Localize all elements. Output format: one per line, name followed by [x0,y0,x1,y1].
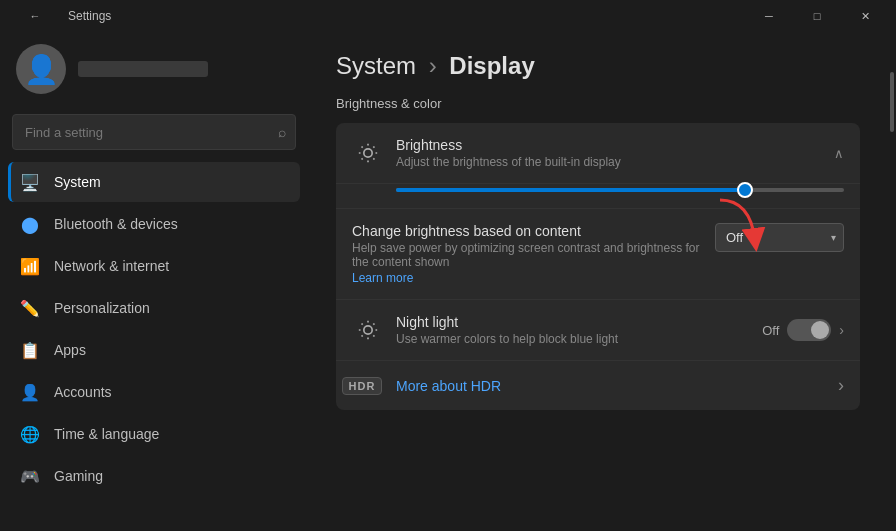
brightness-content-row: Change brightness based on content Help … [336,209,860,300]
sidebar-item-label-system: System [54,174,101,190]
dropdown-wrap: Off Always On battery only ▾ [715,223,844,252]
content-area: System › Display Brightness & color [308,32,888,531]
brightness-desc: Adjust the brightness of the built-in di… [396,155,834,169]
night-light-chevron-icon: › [839,322,844,338]
svg-line-17 [362,335,363,336]
night-light-toggle-label: Off [762,323,779,338]
brightness-info: Brightness Adjust the brightness of the … [396,137,834,169]
brightness-slider-track[interactable] [396,188,844,192]
svg-line-14 [373,335,374,336]
breadcrumb-current: Display [449,52,534,79]
brightness-label: Brightness [396,137,834,153]
night-light-toggle[interactable] [787,319,831,341]
svg-line-3 [362,147,363,148]
night-light-label: Night light [396,314,762,330]
brightness-expand-chevron[interactable]: ∧ [834,146,844,161]
night-light-row[interactable]: Night light Use warmer colors to help bl… [336,300,860,361]
gaming-icon: 🎮 [20,466,40,486]
brightness-slider-fill [396,188,745,192]
sidebar-item-network[interactable]: 📶 Network & internet [8,246,300,286]
svg-line-8 [373,147,374,148]
search-icon: ⌕ [278,124,286,140]
brightness-color-card: Brightness Adjust the brightness of the … [336,123,860,410]
sidebar-profile: 👤 [0,32,308,110]
sidebar-item-label-time: Time & language [54,426,159,442]
svg-line-7 [362,158,363,159]
titlebar-title: Settings [68,9,111,23]
night-light-icon [352,320,384,340]
sidebar-item-label-gaming: Gaming [54,468,103,484]
bluetooth-icon: ⬤ [20,214,40,234]
svg-line-18 [373,324,374,325]
sidebar: 👤 ⌕ 🖥️ System ⬤ Bluetooth & devices 📶 Ne… [0,32,308,531]
system-icon: 🖥️ [20,172,40,192]
sidebar-item-time[interactable]: 🌐 Time & language [8,414,300,454]
sidebar-item-accounts[interactable]: 👤 Accounts [8,372,300,412]
hdr-chevron-icon: › [838,375,844,396]
scrollbar-thumb[interactable] [890,72,894,132]
app-body: 👤 ⌕ 🖥️ System ⬤ Bluetooth & devices 📶 Ne… [0,32,896,531]
titlebar-controls: ─ □ ✕ [746,0,888,32]
sidebar-item-label-accounts: Accounts [54,384,112,400]
user-icon: 👤 [24,53,59,86]
sidebar-item-label-network: Network & internet [54,258,169,274]
night-light-info: Night light Use warmer colors to help bl… [396,314,762,346]
svg-line-13 [362,324,363,325]
sidebar-item-personalization[interactable]: ✏️ Personalization [8,288,300,328]
hdr-badge-icon: HDR [352,377,384,395]
brightness-content-label: Change brightness based on content [352,223,703,239]
hdr-badge: HDR [342,377,383,395]
night-light-control: Off › [762,319,844,341]
brightness-slider-thumb[interactable] [737,182,753,198]
learn-more-link[interactable]: Learn more [352,271,413,285]
close-button[interactable]: ✕ [842,0,888,32]
scrollbar-right[interactable] [888,32,896,531]
maximize-button[interactable]: □ [794,0,840,32]
profile-name-blur [78,61,208,77]
back-button[interactable]: ← [12,0,58,32]
svg-point-0 [364,149,372,157]
brightness-slider-row [336,184,860,209]
brightness-row[interactable]: Brightness Adjust the brightness of the … [336,123,860,184]
avatar: 👤 [16,44,66,94]
breadcrumb: System › Display [336,52,860,80]
sidebar-item-gaming[interactable]: 🎮 Gaming [8,456,300,496]
sidebar-item-system[interactable]: 🖥️ System [8,162,300,202]
toggle-thumb [811,321,829,339]
sidebar-item-label-apps: Apps [54,342,86,358]
search-bar: ⌕ [12,114,296,150]
titlebar: ← Settings ─ □ ✕ [0,0,896,32]
sidebar-item-bluetooth[interactable]: ⬤ Bluetooth & devices [8,204,300,244]
night-light-desc: Use warmer colors to help block blue lig… [396,332,762,346]
sidebar-item-apps[interactable]: 📋 Apps [8,330,300,370]
brightness-content-control: Off Always On battery only ▾ [715,223,844,252]
titlebar-left: ← Settings [12,0,111,32]
accounts-icon: 👤 [20,382,40,402]
brightness-content-dropdown[interactable]: Off Always On battery only [715,223,844,252]
brightness-icon [352,143,384,163]
apps-icon: 📋 [20,340,40,360]
brightness-content-info: Change brightness based on content Help … [352,223,715,285]
section-title: Brightness & color [336,96,860,111]
breadcrumb-separator: › [429,52,437,79]
minimize-button[interactable]: ─ [746,0,792,32]
sidebar-item-label-bluetooth: Bluetooth & devices [54,216,178,232]
svg-line-4 [373,158,374,159]
hdr-link[interactable]: More about HDR [396,378,838,394]
network-icon: 📶 [20,256,40,276]
brightness-content-desc: Help save power by optimizing screen con… [352,241,703,269]
sidebar-nav: 🖥️ System ⬤ Bluetooth & devices 📶 Networ… [0,162,308,496]
search-input[interactable] [12,114,296,150]
breadcrumb-parent: System [336,52,416,79]
hdr-row[interactable]: HDR More about HDR › [336,361,860,410]
hdr-info: More about HDR [396,378,838,394]
svg-point-10 [364,326,372,334]
personalization-icon: ✏️ [20,298,40,318]
time-icon: 🌐 [20,424,40,444]
sidebar-item-label-personalization: Personalization [54,300,150,316]
